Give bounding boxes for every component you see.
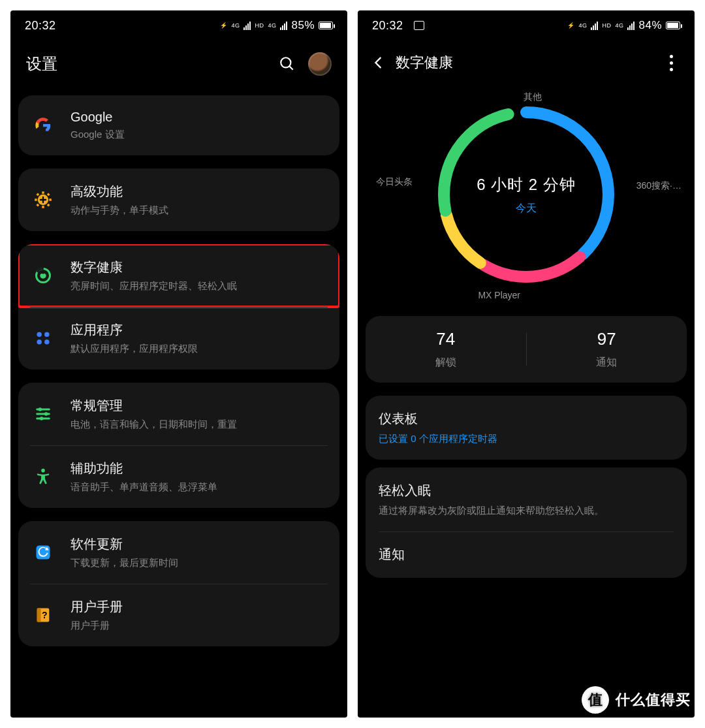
donut-center: 6 小时 2 分钟 今天 — [428, 97, 624, 293]
options-card-2: 轻松入眠通过将屏幕改为灰阶或阻止通知来帮助您轻松入眠。通知 — [366, 467, 687, 578]
row-title: 软件更新 — [70, 535, 328, 553]
option-subtitle: 已设置 0 个应用程序定时器 — [379, 433, 674, 445]
settings-row-google[interactable]: Google Google 设置 — [18, 95, 339, 155]
today-label: 今天 — [516, 202, 537, 215]
net-4g2-icon: 4G — [268, 23, 276, 29]
settings-group: 高级功能 动作与手势，单手模式 — [18, 168, 339, 231]
option-title: 轻松入眠 — [379, 482, 674, 499]
status-time: 20:32 — [25, 19, 56, 33]
option-title: 通知 — [379, 546, 674, 563]
svg-point-0 — [281, 57, 290, 67]
row-subtitle: 默认应用程序，应用程序权限 — [70, 343, 328, 355]
settings-row-user-manual[interactable]: ? 用户手册 用户手册 — [18, 584, 339, 646]
settings-group: 常规管理 电池，语言和输入，日期和时间，重置 辅助功能 语音助手、单声道音频、悬… — [18, 383, 339, 508]
row-title: Google — [70, 110, 328, 125]
signal-icon — [591, 21, 598, 30]
row-title: 应用程序 — [70, 321, 328, 339]
accessibility-icon — [27, 461, 59, 492]
row-subtitle: 语音助手、单声道音频、悬浮菜单 — [70, 481, 328, 494]
option-row-dashboard[interactable]: 仪表板已设置 0 个应用程序定时器 — [366, 396, 687, 460]
page-title: 数字健康 — [396, 53, 659, 72]
signal2-icon — [280, 21, 287, 30]
screenshot-icon — [414, 21, 424, 30]
row-title: 辅助功能 — [70, 460, 328, 477]
stat-label: 通知 — [596, 356, 617, 370]
sliders-icon — [27, 398, 59, 430]
search-button[interactable] — [275, 52, 299, 76]
net-hd-icon: HD — [255, 23, 264, 29]
usage-donut-chart[interactable]: 其他 今日头条 360搜索·… MX Player 6 小时 2 分钟 今天 — [358, 90, 695, 311]
watermark-text: 什么值得买 — [616, 690, 691, 710]
svg-line-10 — [37, 204, 39, 206]
google-icon — [27, 110, 59, 141]
back-button[interactable] — [366, 50, 392, 76]
svg-point-17 — [37, 340, 41, 344]
option-subtitle: 通过将屏幕改为灰阶或阻止通知来帮助您轻松入眠。 — [379, 505, 674, 517]
svg-point-16 — [44, 332, 49, 336]
stat-notifications[interactable]: 97 通知 — [527, 329, 687, 370]
settings-row-accessibility[interactable]: 辅助功能 语音助手、单声道音频、悬浮菜单 — [18, 445, 339, 508]
more-menu-button[interactable] — [659, 51, 683, 74]
svg-line-8 — [48, 204, 49, 206]
option-title: 仪表板 — [379, 410, 674, 428]
segment-label-toutiao: 今日头条 — [376, 176, 413, 188]
svg-point-22 — [39, 407, 42, 411]
svg-rect-29 — [37, 609, 41, 622]
page-title: 设置 — [26, 54, 266, 74]
wellbeing-icon — [27, 260, 59, 291]
row-subtitle: Google 设置 — [70, 129, 328, 141]
net-4g-icon: 4G — [231, 23, 240, 29]
svg-point-15 — [37, 332, 41, 336]
row-subtitle: 亮屏时间、应用程序定时器、轻松入眠 — [70, 280, 328, 293]
manual-icon: ? — [27, 599, 59, 631]
settings-group: 数字健康 亮屏时间、应用程序定时器、轻松入眠 应用程序 默认应用程序，应用程序权… — [18, 244, 339, 370]
watermark: 值 什么值得买 — [582, 686, 691, 714]
net-4g2-icon: 4G — [615, 23, 623, 29]
settings-group: Google Google 设置 — [18, 95, 339, 155]
row-subtitle: 下载更新，最后更新时间 — [70, 557, 328, 569]
update-icon — [27, 537, 59, 568]
settings-screen: 20:32 ⚡ 4G HD 4G 85% 设置 G — [10, 10, 347, 718]
svg-line-7 — [37, 194, 39, 195]
gear-plus-icon — [27, 184, 59, 215]
stat-label: 解锁 — [435, 356, 456, 370]
svg-text:?: ? — [42, 610, 48, 620]
settings-row-advanced[interactable]: 高级功能 动作与手势，单手模式 — [18, 168, 339, 231]
settings-row-software-update[interactable]: 软件更新 下载更新，最后更新时间 — [18, 521, 339, 584]
battery-percent: 85% — [291, 19, 315, 32]
settings-row-general[interactable]: 常规管理 电池，语言和输入，日期和时间，重置 — [18, 383, 339, 445]
option-row-notifications[interactable]: 通知 — [366, 531, 687, 578]
stats-card: 74 解锁 97 通知 — [366, 316, 687, 383]
wellbeing-header: 数字健康 — [358, 40, 695, 90]
status-bar: 20:32 ⚡ 4G HD 4G 84% — [358, 10, 695, 40]
row-subtitle: 电池，语言和输入，日期和时间，重置 — [70, 419, 328, 431]
settings-row-apps[interactable]: 应用程序 默认应用程序，应用程序权限 — [18, 307, 339, 370]
row-title: 常规管理 — [70, 397, 328, 415]
digital-wellbeing-screen: 20:32 ⚡ 4G HD 4G 84% 数字健康 其他 — [358, 10, 695, 718]
settings-header: 设置 — [10, 40, 347, 95]
watermark-badge: 值 — [582, 686, 609, 714]
row-title: 用户手册 — [70, 598, 328, 616]
status-bar: 20:32 ⚡ 4G HD 4G 85% — [10, 10, 347, 40]
total-time: 6 小时 2 分钟 — [477, 174, 576, 195]
settings-row-digital-wellbeing[interactable]: 数字健康 亮屏时间、应用程序定时器、轻松入眠 — [18, 244, 339, 307]
options-card-1: 仪表板已设置 0 个应用程序定时器 — [366, 396, 687, 460]
stat-unlocks[interactable]: 74 解锁 — [366, 329, 526, 370]
net-4g-icon: 4G — [578, 23, 587, 29]
svg-line-1 — [289, 66, 292, 69]
bolt-icon: ⚡ — [220, 23, 228, 29]
row-title: 高级功能 — [70, 183, 328, 200]
battery-icon — [319, 22, 333, 29]
apps-icon — [27, 323, 59, 354]
row-subtitle: 用户手册 — [70, 620, 328, 632]
row-subtitle: 动作与手势，单手模式 — [70, 204, 328, 217]
profile-avatar[interactable] — [308, 52, 332, 76]
signal2-icon — [627, 21, 634, 30]
svg-point-23 — [44, 412, 48, 416]
battery-percent: 84% — [638, 19, 662, 32]
segment-label-360: 360搜索·… — [636, 180, 682, 192]
svg-line-9 — [48, 194, 49, 195]
option-row-wind-down[interactable]: 轻松入眠通过将屏幕改为灰阶或阻止通知来帮助您轻松入眠。 — [366, 467, 687, 531]
row-title: 数字健康 — [70, 259, 328, 276]
settings-group: 软件更新 下载更新，最后更新时间 ? 用户手册 用户手册 — [18, 521, 339, 646]
